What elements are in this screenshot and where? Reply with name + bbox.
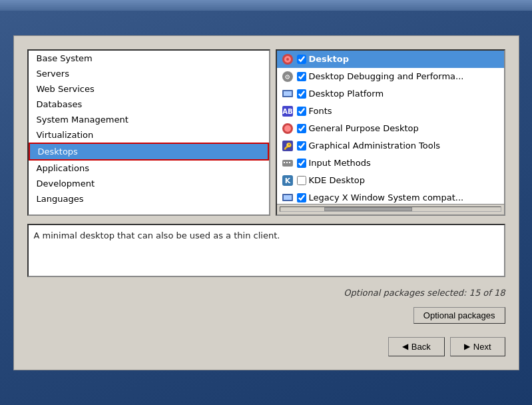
package-item-kde-desktop[interactable]: KKDE Desktop bbox=[277, 172, 504, 189]
package-checkbox-fonts[interactable] bbox=[297, 107, 306, 116]
package-icon-desktop-debugging: ⚙ bbox=[281, 70, 294, 83]
next-label: Next bbox=[473, 342, 491, 352]
back-button[interactable]: ◀ Back bbox=[388, 337, 445, 356]
package-icon-input-methods bbox=[281, 157, 294, 170]
svg-text:⚙: ⚙ bbox=[284, 73, 290, 81]
package-checkbox-general-purpose-desktop[interactable] bbox=[297, 124, 306, 133]
next-button[interactable]: ▶ Next bbox=[450, 337, 505, 356]
package-label-kde-desktop: KDE Desktop bbox=[309, 175, 366, 185]
package-label-legacy-x-window: Legacy X Window System compat... bbox=[309, 193, 464, 202]
category-item-databases[interactable]: Databases bbox=[29, 97, 269, 112]
packages-hscroll[interactable] bbox=[277, 204, 504, 214]
package-icon-desktop-platform bbox=[281, 87, 294, 101]
packages-list[interactable]: Desktop⚙Desktop Debugging and Performa..… bbox=[277, 51, 504, 204]
svg-text:K: K bbox=[284, 177, 290, 185]
back-arrow-icon: ◀ bbox=[402, 342, 408, 351]
package-item-input-methods[interactable]: Input Methods bbox=[277, 155, 504, 172]
package-checkbox-kde-desktop[interactable] bbox=[297, 176, 306, 185]
package-checkbox-desktop[interactable] bbox=[297, 55, 306, 64]
package-checkbox-desktop-platform[interactable] bbox=[297, 89, 306, 99]
svg-rect-14 bbox=[284, 162, 285, 163]
back-label: Back bbox=[411, 342, 431, 352]
category-list[interactable]: Base SystemServersWeb ServicesDatabasesS… bbox=[27, 49, 270, 216]
package-label-input-methods: Input Methods bbox=[309, 158, 371, 168]
optional-packages-button[interactable]: Optional packages bbox=[413, 307, 505, 324]
package-item-legacy-x-window[interactable]: Legacy X Window System compat... bbox=[277, 189, 504, 204]
package-item-desktop-platform[interactable]: Desktop Platform bbox=[277, 85, 504, 103]
package-label-desktop: Desktop bbox=[309, 54, 349, 64]
package-icon-legacy-x-window bbox=[281, 191, 294, 204]
package-checkbox-desktop-debugging[interactable] bbox=[297, 72, 306, 81]
package-label-graphical-admin-tools: Graphical Administration Tools bbox=[309, 141, 441, 151]
package-label-general-purpose-desktop: General Purpose Desktop bbox=[309, 123, 419, 133]
category-item-system-management[interactable]: System Management bbox=[29, 112, 269, 127]
package-checkbox-legacy-x-window[interactable] bbox=[297, 193, 306, 202]
package-icon-fonts: AB bbox=[281, 105, 294, 118]
svg-rect-15 bbox=[286, 162, 288, 163]
category-item-applications[interactable]: Applications bbox=[29, 161, 269, 176]
category-item-web-services[interactable]: Web Services bbox=[29, 81, 269, 97]
package-item-desktop-debugging[interactable]: ⚙Desktop Debugging and Performa... bbox=[277, 68, 504, 85]
package-icon-kde-desktop: K bbox=[281, 174, 294, 187]
package-icon-general-purpose-desktop bbox=[281, 122, 294, 135]
category-item-languages[interactable]: Languages bbox=[29, 191, 269, 206]
description-box: A minimal desktop that can also be used … bbox=[27, 224, 505, 277]
category-item-base-system[interactable]: Base System bbox=[29, 51, 269, 66]
package-icon-graphical-admin-tools: 🔑 bbox=[281, 139, 294, 153]
package-item-fonts[interactable]: ABFonts bbox=[277, 103, 504, 120]
nav-row: ◀ Back ▶ Next bbox=[27, 337, 505, 356]
package-label-desktop-platform: Desktop Platform bbox=[309, 89, 384, 99]
svg-text:🔑: 🔑 bbox=[284, 142, 292, 151]
svg-point-10 bbox=[284, 125, 291, 132]
lists-row: Base SystemServersWeb ServicesDatabasesS… bbox=[27, 49, 505, 216]
svg-rect-16 bbox=[289, 162, 290, 163]
svg-point-2 bbox=[286, 58, 289, 61]
package-label-desktop-debugging: Desktop Debugging and Performa... bbox=[309, 71, 464, 81]
description-text: A minimal desktop that can also be used … bbox=[34, 230, 280, 240]
category-item-virtualization[interactable]: Virtualization bbox=[29, 127, 269, 143]
status-line: Optional packages selected: 15 of 18 bbox=[27, 288, 505, 298]
svg-text:AB: AB bbox=[282, 108, 292, 115]
next-arrow-icon: ▶ bbox=[464, 342, 470, 351]
package-item-general-purpose-desktop[interactable]: General Purpose Desktop bbox=[277, 120, 504, 137]
package-checkbox-input-methods[interactable] bbox=[297, 159, 306, 168]
package-item-desktop[interactable]: Desktop bbox=[277, 51, 504, 68]
package-item-graphical-admin-tools[interactable]: 🔑Graphical Administration Tools bbox=[277, 137, 504, 155]
svg-rect-6 bbox=[284, 91, 292, 96]
category-item-desktops[interactable]: Desktops bbox=[29, 143, 269, 161]
packages-panel: Desktop⚙Desktop Debugging and Performa..… bbox=[276, 49, 505, 216]
package-checkbox-graphical-admin-tools[interactable] bbox=[297, 141, 306, 151]
category-item-development[interactable]: Development bbox=[29, 176, 269, 191]
category-item-servers[interactable]: Servers bbox=[29, 66, 269, 81]
optional-row: Optional packages bbox=[27, 307, 505, 324]
optional-status: Optional packages selected: 15 of 18 bbox=[344, 288, 505, 298]
package-label-fonts: Fonts bbox=[309, 106, 332, 116]
package-icon-desktop bbox=[281, 53, 294, 66]
svg-rect-20 bbox=[284, 195, 292, 200]
